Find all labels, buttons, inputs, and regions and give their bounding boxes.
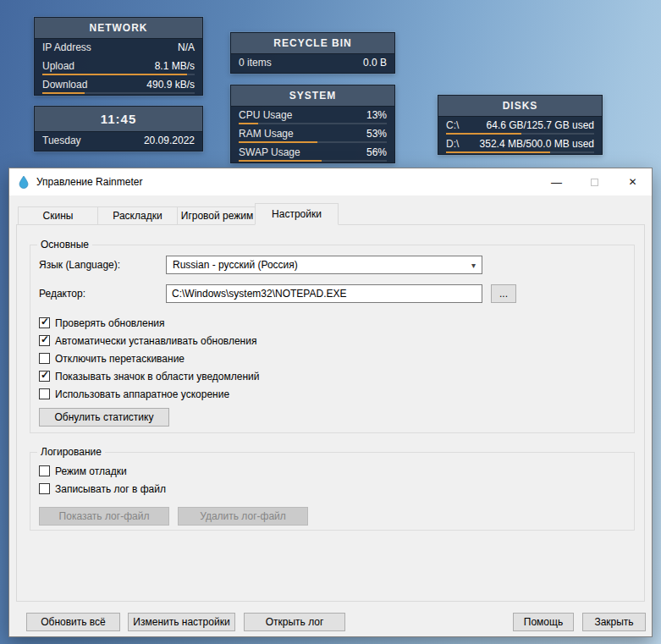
- row-value: 490.9 kB/s: [146, 79, 195, 91]
- row-value: N/A: [178, 41, 195, 53]
- row-value: 13%: [366, 109, 387, 121]
- language-selected-value: Russian - русский (Россия): [173, 259, 298, 271]
- download-meter-fill: [42, 92, 85, 94]
- browse-button[interactable]: ...: [491, 284, 516, 303]
- checkbox-label: Использовать аппаратное ускорение: [55, 388, 229, 400]
- tab-skins[interactable]: Скины: [18, 206, 98, 225]
- general-groupbox: Основные Язык (Language): Russian - русс…: [30, 245, 635, 433]
- clock-day: Tuesday: [42, 135, 81, 146]
- network-row-ip: IP Address N/A: [35, 39, 202, 58]
- checkbox-label: Записывать лог в файл: [55, 483, 166, 495]
- recycle-bin-widget[interactable]: RECYCLE BIN 0 items 0.0 B: [230, 32, 395, 74]
- tab-layouts[interactable]: Раскладки: [97, 206, 178, 225]
- checkbox-box[interactable]: [39, 371, 50, 382]
- row-label: IP Address: [42, 41, 91, 53]
- caption-buttons: — ✕: [537, 168, 652, 195]
- recycle-items: 0 items: [239, 57, 272, 69]
- upload-meter-track: [42, 74, 195, 75]
- editor-path-input[interactable]: [166, 284, 482, 303]
- minimize-button[interactable]: —: [537, 168, 576, 195]
- recycle-bin-title: RECYCLE BIN: [231, 33, 394, 54]
- row-label: Download: [42, 79, 87, 91]
- download-meter-track: [42, 92, 195, 94]
- checkbox-box[interactable]: [39, 483, 50, 494]
- checkbox-label: Отключить перетаскивание: [55, 353, 185, 365]
- disks-row-c: C:\ 64.6 GB/125.7 GB used: [438, 117, 602, 135]
- row-value: 8.1 MB/s: [155, 60, 195, 72]
- network-row-upload: Upload 8.1 MB/s: [35, 58, 202, 76]
- refresh-all-button[interactable]: Обновить всё: [26, 613, 120, 631]
- tab-settings[interactable]: Настройки: [255, 203, 339, 225]
- disks-row-d: D:\ 352.4 MB/500.0 MB used: [438, 135, 602, 154]
- editor-label: Редактор:: [39, 288, 85, 300]
- log-buttons-row: Показать лог-файл Удалить лог-файл: [39, 507, 308, 526]
- checkbox-disable-dragging[interactable]: Отключить перетаскивание: [39, 350, 259, 367]
- desktop-background: NETWORK IP Address N/A Upload 8.1 MB/s D…: [0, 0, 661, 644]
- row-label: C:\: [446, 119, 459, 131]
- checkbox-box[interactable]: [39, 317, 50, 328]
- ram-meter-track: [239, 141, 387, 143]
- window-title: Управление Rainmeter: [36, 176, 142, 188]
- open-log-button[interactable]: Открыть лог: [244, 613, 345, 631]
- rainmeter-manager-window: Управление Rainmeter — ✕ Скины Раскладки…: [8, 168, 653, 637]
- network-widget-title: NETWORK: [35, 18, 202, 39]
- checkbox-log-to-file[interactable]: Записывать лог в файл: [39, 480, 166, 498]
- logging-group-title: Логирование: [37, 446, 105, 458]
- language-dropdown[interactable]: Russian - русский (Россия) ▾: [166, 256, 482, 274]
- titlebar[interactable]: Управление Rainmeter — ✕: [9, 168, 652, 195]
- row-label: CPU Usage: [239, 109, 292, 121]
- cpu-meter-fill: [239, 123, 258, 124]
- maximize-button: [576, 168, 614, 195]
- disks-widget[interactable]: DISKS C:\ 64.6 GB/125.7 GB used D:\ 352.…: [438, 95, 603, 155]
- help-button[interactable]: Помощь: [513, 613, 574, 631]
- settings-tab-panel: Основные Язык (Language): Russian - русс…: [16, 224, 645, 602]
- checkbox-auto-install-updates[interactable]: Автоматически устанавливать обновления: [39, 332, 259, 350]
- checkbox-hardware-acceleration[interactable]: Использовать аппаратное ускорение: [39, 385, 259, 403]
- row-label: RAM Usage: [239, 128, 294, 140]
- checkbox-debug-mode[interactable]: Режим отладки: [39, 462, 166, 480]
- close-window-button[interactable]: Закрыть: [582, 613, 646, 631]
- maximize-icon: [591, 179, 598, 186]
- system-row-ram: RAM Usage 53%: [231, 125, 394, 144]
- checkbox-box[interactable]: [39, 335, 50, 346]
- checkbox-tray-icon[interactable]: Показывать значок в области уведомлений: [39, 367, 259, 385]
- delete-log-file-button: Удалить лог-файл: [178, 507, 308, 526]
- checkbox-check-updates[interactable]: Проверять обновления: [39, 314, 259, 332]
- tab-game-mode[interactable]: Игровой режим: [177, 206, 257, 225]
- tabstrip: Скины Раскладки Игровой режим Настройки: [18, 203, 336, 225]
- checkbox-box[interactable]: [39, 353, 50, 364]
- network-widget[interactable]: NETWORK IP Address N/A Upload 8.1 MB/s D…: [34, 17, 203, 96]
- checkbox-box[interactable]: [39, 465, 50, 476]
- language-label: Язык (Language):: [39, 259, 120, 271]
- clock-date-row: Tuesday 20.09.2022: [35, 132, 202, 151]
- reset-statistics-button[interactable]: Обнулить статистику: [39, 408, 169, 427]
- row-value: 352.4 MB/500.0 MB used: [480, 138, 594, 150]
- system-row-swap: SWAP Usage 56%: [231, 144, 394, 162]
- disk-d-meter-track: [446, 151, 594, 153]
- clock-date: 20.09.2022: [144, 135, 195, 146]
- general-checkbox-list: Проверять обновления Автоматически устан…: [39, 314, 259, 403]
- row-label: D:\: [446, 138, 459, 150]
- row-label: Upload: [42, 60, 74, 72]
- edit-settings-button[interactable]: Изменить настройки: [128, 613, 235, 631]
- close-button[interactable]: ✕: [614, 168, 652, 195]
- disk-c-meter-fill: [446, 133, 521, 135]
- recycle-size: 0.0 B: [363, 57, 387, 69]
- disk-c-meter-track: [446, 133, 594, 135]
- row-label: SWAP Usage: [239, 146, 300, 158]
- recycle-bin-row: 0 items 0.0 B: [231, 54, 394, 73]
- swap-meter-fill: [239, 160, 322, 162]
- disk-d-meter-fill: [446, 151, 550, 153]
- chevron-down-icon: ▾: [471, 261, 476, 270]
- upload-meter-fill: [42, 74, 187, 75]
- checkbox-label: Проверять обновления: [55, 317, 164, 329]
- checkbox-label: Автоматически устанавливать обновления: [55, 335, 256, 347]
- general-group-title: Основные: [37, 239, 92, 250]
- clock-widget[interactable]: 11:45 Tuesday 20.09.2022: [34, 106, 203, 151]
- disks-widget-title: DISKS: [438, 96, 602, 117]
- checkbox-box[interactable]: [39, 388, 50, 399]
- swap-meter-track: [239, 160, 387, 162]
- rainmeter-drop-icon: [17, 175, 30, 189]
- row-value: 53%: [366, 128, 387, 140]
- system-widget[interactable]: SYSTEM CPU Usage 13% RAM Usage 53% SWAP …: [230, 85, 395, 163]
